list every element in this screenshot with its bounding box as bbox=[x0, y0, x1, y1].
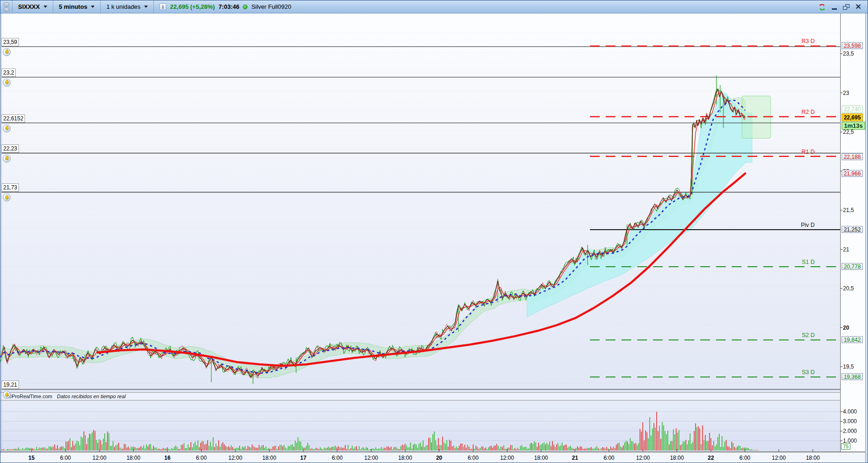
copyright-text: ©ProRealTime.com bbox=[8, 394, 52, 399]
volume-pane[interactable] bbox=[0, 400, 840, 452]
bell-icon bbox=[4, 80, 10, 85]
window-controls: ✕ bbox=[818, 0, 862, 13]
price-axis-column[interactable] bbox=[840, 13, 865, 452]
info-icon[interactable]: i bbox=[159, 3, 166, 10]
bell-icon bbox=[4, 156, 10, 161]
chevron-down-icon bbox=[144, 6, 148, 8]
minimize-button[interactable] bbox=[830, 3, 838, 11]
chevron-down-icon bbox=[44, 6, 47, 8]
chevron-down-icon bbox=[91, 6, 95, 8]
window-right-edge bbox=[865, 13, 868, 463]
refresh-icon[interactable] bbox=[818, 3, 826, 11]
timeframe-label: 5 minutos bbox=[59, 3, 87, 10]
instrument-name: Silver Full0920 bbox=[251, 3, 291, 10]
symbol-label: SIXXXX bbox=[18, 3, 40, 10]
bell-icon bbox=[4, 195, 10, 200]
status-dot bbox=[243, 5, 247, 9]
alert-bell-button[interactable] bbox=[3, 391, 11, 399]
bell-icon bbox=[4, 125, 10, 131]
quote-time: 7:03:46 bbox=[219, 3, 240, 10]
units-dropdown[interactable]: 1 k unidades bbox=[101, 0, 154, 13]
window-titlebar: SIXXXX 5 minutos 1 k unidades i 22,695 (… bbox=[0, 0, 868, 13]
price-chart-pane[interactable] bbox=[0, 13, 840, 392]
feed-status-bar: ©ProRealTime.com Datos recibidos en tiem… bbox=[0, 392, 840, 400]
alert-bell-button[interactable] bbox=[3, 194, 11, 201]
timeframe-dropdown[interactable]: 5 minutos bbox=[53, 0, 101, 13]
alert-bell-button[interactable] bbox=[3, 125, 11, 132]
alert-bell-button[interactable] bbox=[3, 48, 11, 56]
bell-icon bbox=[4, 392, 10, 398]
alert-bell-button[interactable] bbox=[3, 79, 11, 87]
feed-status-text: Datos recibidos en tiempo real bbox=[57, 394, 126, 399]
restore-button[interactable] bbox=[843, 3, 850, 11]
link-icon-bottom bbox=[4, 7, 9, 12]
symbol-dropdown[interactable]: SIXXXX bbox=[13, 0, 53, 13]
last-price-change: 22,695 (+5,28%) bbox=[170, 3, 215, 10]
close-button[interactable]: ✕ bbox=[855, 3, 862, 11]
units-label: 1 k unidades bbox=[106, 3, 140, 10]
bell-icon bbox=[4, 49, 10, 55]
link-icon-top bbox=[4, 2, 9, 6]
time-axis-strip bbox=[0, 452, 865, 463]
link-windows-icon[interactable] bbox=[0, 0, 13, 13]
alert-bell-button[interactable] bbox=[3, 155, 11, 163]
trading-window: SIXXXX 5 minutos 1 k unidades i 22,695 (… bbox=[0, 0, 868, 463]
quote-area: i 22,695 (+5,28%) 7:03:46 Silver Full092… bbox=[154, 0, 297, 13]
